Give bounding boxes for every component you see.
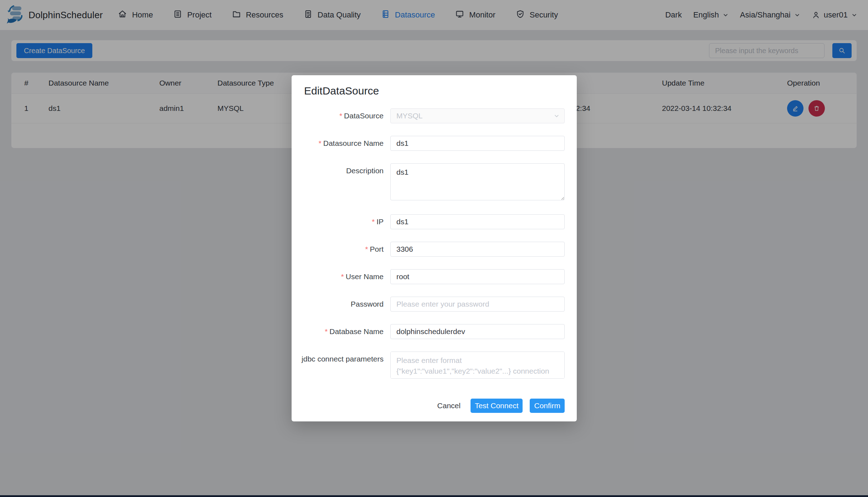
field-label: Port	[370, 245, 384, 253]
selected-value: MYSQL	[396, 112, 423, 120]
confirm-button[interactable]: Confirm	[530, 399, 565, 413]
datasource-name-input[interactable]	[390, 136, 565, 151]
modal-title: EditDataSource	[304, 85, 379, 97]
description-textarea[interactable]: ds1	[390, 163, 565, 200]
field-label: Datasource Name	[323, 139, 384, 147]
edit-datasource-form: *DataSource MYSQL *Datasource Name Descr…	[292, 108, 577, 393]
field-label: Password	[351, 300, 384, 308]
app-screen: DolphinScheduler Home Project Resources	[0, 0, 868, 497]
field-datasource-name: *Datasource Name	[292, 136, 577, 151]
user-name-input[interactable]	[390, 269, 565, 284]
required-asterisk: *	[339, 112, 342, 120]
datasource-type-select[interactable]: MYSQL	[390, 108, 565, 123]
field-password: Password	[292, 297, 577, 312]
field-datasource-type: *DataSource MYSQL	[292, 108, 577, 123]
chevron-down-icon	[554, 113, 560, 119]
field-port: *Port	[292, 242, 577, 257]
port-input[interactable]	[390, 242, 565, 257]
field-label: jdbc connect parameters	[302, 355, 384, 363]
field-jdbc-params: jdbc connect parameters	[292, 352, 577, 380]
modal-footer: Cancel Test Connect Confirm	[437, 399, 565, 413]
required-asterisk: *	[372, 217, 375, 226]
field-label: User Name	[346, 272, 384, 281]
edit-datasource-modal: EditDataSource *DataSource MYSQL *Dataso…	[292, 75, 577, 421]
field-label: DataSource	[344, 112, 384, 120]
database-name-input[interactable]	[390, 324, 565, 339]
jdbc-params-textarea[interactable]	[390, 352, 565, 379]
field-label: IP	[376, 217, 384, 226]
field-description: Description ds1	[292, 163, 577, 202]
required-asterisk: *	[365, 245, 368, 253]
field-database-name: *Database Name	[292, 324, 577, 339]
required-asterisk: *	[319, 139, 322, 147]
cancel-button[interactable]: Cancel	[437, 401, 461, 410]
required-asterisk: *	[325, 327, 328, 335]
field-ip: *IP	[292, 214, 577, 229]
password-input[interactable]	[390, 297, 565, 312]
ip-input[interactable]	[390, 214, 565, 229]
test-connect-button[interactable]: Test Connect	[471, 399, 523, 413]
required-asterisk: *	[341, 272, 344, 281]
field-label: Description	[346, 166, 384, 175]
field-user-name: *User Name	[292, 269, 577, 284]
field-label: Database Name	[329, 327, 384, 335]
